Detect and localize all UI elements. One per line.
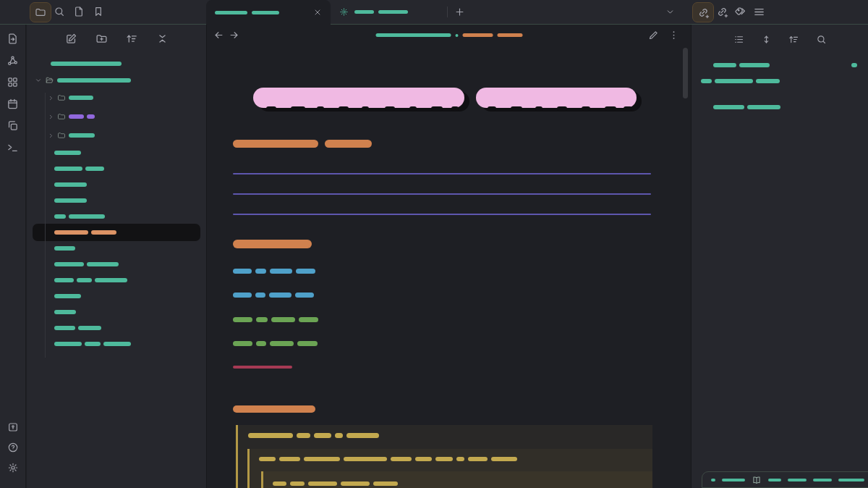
- files-view-button[interactable]: [30, 2, 51, 22]
- nav-back-button[interactable]: [213, 30, 224, 41]
- folder-item[interactable]: [27, 107, 206, 126]
- tab-list-button[interactable]: [665, 7, 675, 17]
- folder-icon: [57, 131, 66, 140]
- redacted-bar: [255, 269, 266, 274]
- file-item[interactable]: [27, 193, 206, 209]
- redacted-bar: [77, 278, 92, 282]
- blockquote-line-redacted: [248, 433, 652, 449]
- new-tab-button[interactable]: [454, 7, 465, 17]
- tab-close-button[interactable]: [313, 8, 322, 17]
- new-folder-button[interactable]: [95, 33, 108, 45]
- panel-right-toggle-button[interactable]: [847, 6, 859, 18]
- help-button[interactable]: [7, 442, 19, 453]
- file-item[interactable]: [27, 320, 206, 336]
- chevron-down-icon: [35, 77, 42, 84]
- redacted-bar: [85, 342, 101, 346]
- more-options-button[interactable]: [668, 30, 679, 41]
- add-link-button[interactable]: [692, 2, 714, 22]
- redacted-bar: [54, 198, 87, 203]
- settings-tab[interactable]: [332, 0, 441, 24]
- file-switcher-button[interactable]: [7, 33, 19, 45]
- terminal-button[interactable]: [7, 141, 19, 153]
- vault-switcher-button[interactable]: [7, 421, 19, 433]
- tags-button[interactable]: [734, 6, 746, 18]
- redacted-bar: [54, 214, 66, 219]
- file-item[interactable]: [27, 256, 206, 272]
- search-button[interactable]: [816, 34, 827, 45]
- sort-order-button[interactable]: [788, 34, 799, 45]
- tags-icon: [734, 6, 746, 18]
- redacted-bar: [54, 310, 76, 314]
- new-note-button[interactable]: [65, 33, 77, 45]
- outline-list-button[interactable]: [733, 34, 744, 45]
- note-title-breadcrumb[interactable]: [375, 33, 522, 37]
- status-redacted-bar: [711, 479, 715, 481]
- redaction-bump: [266, 106, 276, 111]
- file-item[interactable]: [27, 145, 206, 161]
- folder-item[interactable]: [27, 88, 206, 107]
- redacted-bar: [296, 269, 315, 274]
- redacted-bar: [299, 317, 318, 322]
- title-redacted-bar: [497, 33, 522, 37]
- expand-all-button[interactable]: [761, 34, 772, 45]
- nav-history-group: [213, 30, 239, 41]
- view-header: [207, 25, 691, 46]
- redacted-bar: [233, 269, 252, 274]
- settings-button[interactable]: [7, 462, 19, 474]
- note-tab[interactable]: [206, 0, 331, 25]
- outline-item[interactable]: [692, 79, 868, 83]
- nested-blockquote: [236, 425, 652, 488]
- file-item[interactable]: [27, 336, 206, 352]
- graph-view-button[interactable]: [7, 54, 19, 67]
- redaction-bump: [291, 106, 305, 111]
- help-icon: [7, 442, 19, 453]
- scrollbar-thumb[interactable]: [683, 48, 688, 98]
- redacted-bar: [54, 167, 82, 171]
- plus-icon: [454, 7, 465, 17]
- file-switcher-icon: [7, 33, 19, 45]
- add-link-2-icon: [716, 6, 728, 18]
- collapse-all-button[interactable]: [156, 33, 169, 45]
- blockquote-line-redacted: [273, 481, 652, 488]
- redacted-bar: [54, 151, 81, 155]
- pink-highlight-pill: [253, 88, 464, 108]
- file-item[interactable]: [27, 209, 206, 224]
- redacted-bar: [259, 457, 276, 461]
- file-item[interactable]: [27, 288, 206, 304]
- file-item[interactable]: [27, 304, 206, 320]
- file-item-selected[interactable]: [33, 224, 200, 241]
- calendar-button[interactable]: [7, 98, 19, 110]
- folder-item[interactable]: [27, 72, 206, 88]
- editor-pane: [207, 25, 692, 488]
- canvas-button[interactable]: [7, 76, 19, 88]
- outline-pane: [692, 25, 868, 488]
- redacted-bar: [54, 326, 75, 330]
- panel-left-toggle-button[interactable]: [7, 6, 20, 18]
- bookmarks-view-button[interactable]: [93, 6, 104, 17]
- redacted-bar: [391, 457, 412, 461]
- file-item[interactable]: [27, 177, 206, 193]
- vault-title[interactable]: [27, 55, 206, 72]
- redacted-bar: [69, 214, 105, 219]
- nav-forward-button[interactable]: [229, 30, 239, 41]
- add-link-2-button[interactable]: [716, 6, 728, 18]
- reading-mode-button[interactable]: [752, 475, 762, 485]
- search-view-button[interactable]: [54, 6, 65, 17]
- file-view-button[interactable]: [73, 6, 85, 17]
- outline-item[interactable]: [692, 105, 868, 109]
- list-button[interactable]: [753, 6, 765, 18]
- folder-item[interactable]: [27, 126, 206, 145]
- tab-strip: [206, 0, 691, 24]
- file-item[interactable]: [27, 272, 206, 288]
- outline-item[interactable]: [692, 63, 868, 67]
- file-item[interactable]: [27, 240, 206, 256]
- redacted-bar: [233, 317, 252, 322]
- file-item[interactable]: [27, 161, 206, 177]
- file-explorer-pane: [27, 25, 207, 488]
- edit-mode-button[interactable]: [648, 30, 659, 41]
- tab-title-redacted: [215, 11, 279, 14]
- redacted-bar: [456, 457, 464, 461]
- search-view-icon: [54, 6, 65, 17]
- templates-button[interactable]: [7, 119, 19, 132]
- sort-order-button[interactable]: [126, 33, 138, 45]
